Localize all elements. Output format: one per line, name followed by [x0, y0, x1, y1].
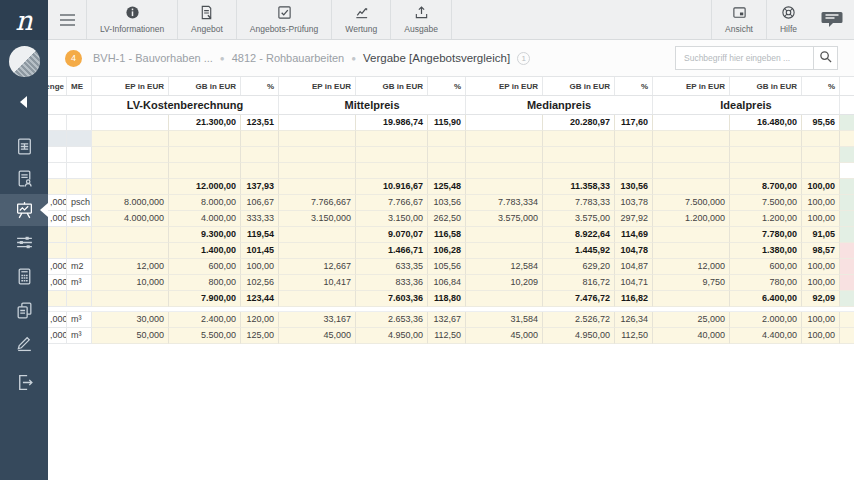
grid-cell[interactable]: [466, 243, 543, 259]
grid-cell[interactable]: 119,54: [241, 227, 279, 243]
toolbar-ansicht-button[interactable]: Ansicht: [711, 0, 766, 39]
grid-cell[interactable]: 780,00: [730, 275, 802, 291]
toolbar-wertung-button[interactable]: Wertung: [331, 0, 390, 39]
grid-cell[interactable]: [279, 115, 356, 131]
grid-cell[interactable]: [653, 115, 730, 131]
grid-cell[interactable]: [730, 131, 802, 147]
grid-cell[interactable]: 11.358,33: [543, 179, 615, 195]
menge-cell[interactable]: ,000: [48, 259, 67, 275]
menge-cell[interactable]: ,000: [48, 195, 67, 211]
grid-cell[interactable]: [356, 147, 428, 163]
grid-cell[interactable]: 98,57: [802, 243, 840, 259]
me-cell[interactable]: [67, 131, 92, 147]
grid-cell[interactable]: 7.603,36: [356, 291, 428, 307]
grid-cell[interactable]: 9.070,07: [356, 227, 428, 243]
grid-cell[interactable]: 3.575,00: [543, 211, 615, 227]
grid-cell[interactable]: [615, 163, 653, 179]
menge-cell[interactable]: ,000: [48, 328, 67, 344]
grid-cell[interactable]: [356, 163, 428, 179]
grid-cell[interactable]: 4.950,00: [356, 328, 428, 344]
grid-cell[interactable]: 7.780,00: [730, 227, 802, 243]
grid-cell[interactable]: 91,05: [802, 227, 840, 243]
info-counter-badge[interactable]: 1: [517, 52, 530, 65]
table-row[interactable]: ,000 psch 8.000,0008.000,00106,677.766,6…: [48, 195, 854, 211]
grid-cell[interactable]: [466, 291, 543, 307]
grid-cell[interactable]: 130,56: [615, 179, 653, 195]
grid-cell[interactable]: [356, 131, 428, 147]
grid-cell[interactable]: 125,48: [428, 179, 466, 195]
grid-cell[interactable]: 114,69: [615, 227, 653, 243]
grid-cell[interactable]: [92, 163, 169, 179]
breadcrumb-vergabeeinheit[interactable]: 4812 - Rohbauarbeiten: [232, 52, 345, 64]
grid-cell[interactable]: [466, 131, 543, 147]
sidebar-item-calculator[interactable]: [0, 262, 48, 290]
grid-cell[interactable]: [730, 163, 802, 179]
grid-cell[interactable]: 7.500,00: [730, 195, 802, 211]
grid-cell[interactable]: 3.150,000: [279, 211, 356, 227]
search-button[interactable]: [813, 46, 838, 70]
grid-cell[interactable]: 100,00: [802, 211, 840, 227]
menge-cell[interactable]: [48, 179, 67, 195]
me-cell[interactable]: [67, 163, 92, 179]
grid-cell[interactable]: [466, 227, 543, 243]
menge-cell[interactable]: [48, 291, 67, 307]
grid-cell[interactable]: 800,00: [169, 275, 241, 291]
grid-cell[interactable]: [92, 243, 169, 259]
grid-cell[interactable]: 262,50: [428, 211, 466, 227]
table-row[interactable]: ,000 m³ 10,000800,00102,5610,417833,3610…: [48, 275, 854, 291]
grid-cell[interactable]: 120,00: [241, 312, 279, 328]
toolbar-ausgabe-button[interactable]: Ausgabe: [390, 0, 452, 39]
grid-cell[interactable]: 100,00: [802, 195, 840, 211]
grid-cell[interactable]: 100,00: [802, 312, 840, 328]
grid-cell[interactable]: 4.400,00: [730, 328, 802, 344]
grid-cell[interactable]: [279, 227, 356, 243]
table-row[interactable]: ,000 m³ 30,0002.400,00120,0033,1672.653,…: [48, 312, 854, 328]
menge-cell[interactable]: [48, 131, 67, 147]
grid-cell[interactable]: 103,56: [428, 195, 466, 211]
sidebar-item-lv-document[interactable]: [0, 132, 48, 160]
grid-cell[interactable]: [241, 131, 279, 147]
sidebar-item-copy[interactable]: [0, 296, 48, 324]
sidebar-item-preisvergleich[interactable]: [0, 194, 48, 226]
grid-cell[interactable]: [279, 163, 356, 179]
table-row[interactable]: 9.300,00119,549.070,07116,588.922,64114,…: [48, 227, 854, 243]
table-row[interactable]: 7.900,00123,447.603,36118,807.476,72116,…: [48, 291, 854, 307]
me-cell[interactable]: [67, 243, 92, 259]
grid-cell[interactable]: [279, 131, 356, 147]
me-cell[interactable]: psch: [67, 195, 92, 211]
grid-cell[interactable]: [428, 147, 466, 163]
grid-cell[interactable]: 123,51: [241, 115, 279, 131]
grid-cell[interactable]: 9,750: [653, 275, 730, 291]
grid-cell[interactable]: 20.280,97: [543, 115, 615, 131]
grid-cell[interactable]: 125,00: [241, 328, 279, 344]
grid-cell[interactable]: 600,00: [730, 259, 802, 275]
grid-cell[interactable]: 25,000: [653, 312, 730, 328]
table-row[interactable]: 21.300,00123,5119.986,74115,9020.280,971…: [48, 115, 854, 131]
me-cell[interactable]: m³: [67, 275, 92, 291]
grid-cell[interactable]: [92, 291, 169, 307]
grid-cell[interactable]: [802, 147, 840, 163]
breadcrumb-project[interactable]: BVH-1 - Bauvorhaben ...: [93, 52, 213, 64]
grid-cell[interactable]: 112,50: [615, 328, 653, 344]
grid-cell[interactable]: 104,71: [615, 275, 653, 291]
grid-cell[interactable]: [92, 115, 169, 131]
grid-cell[interactable]: [241, 147, 279, 163]
table-row[interactable]: 1.400,00101,451.466,71106,281.445,92104,…: [48, 243, 854, 259]
sidebar-item-edit[interactable]: [0, 328, 48, 356]
grid-cell[interactable]: 106,84: [428, 275, 466, 291]
grid-cell[interactable]: [653, 227, 730, 243]
grid-cell[interactable]: 103,78: [615, 195, 653, 211]
grid-cell[interactable]: 1.200,000: [653, 211, 730, 227]
me-cell[interactable]: m³: [67, 312, 92, 328]
grid-cell[interactable]: [543, 147, 615, 163]
grid-cell[interactable]: 833,36: [356, 275, 428, 291]
grid-cell[interactable]: 102,56: [241, 275, 279, 291]
app-logo[interactable]: n: [0, 0, 48, 40]
grid-cell[interactable]: [653, 291, 730, 307]
grid-cell[interactable]: [169, 147, 241, 163]
menu-toggle-button[interactable]: [48, 0, 86, 39]
grid-cell[interactable]: 92,09: [802, 291, 840, 307]
grid-cell[interactable]: [428, 131, 466, 147]
grid-cell[interactable]: 7.500,000: [653, 195, 730, 211]
me-cell[interactable]: [67, 227, 92, 243]
